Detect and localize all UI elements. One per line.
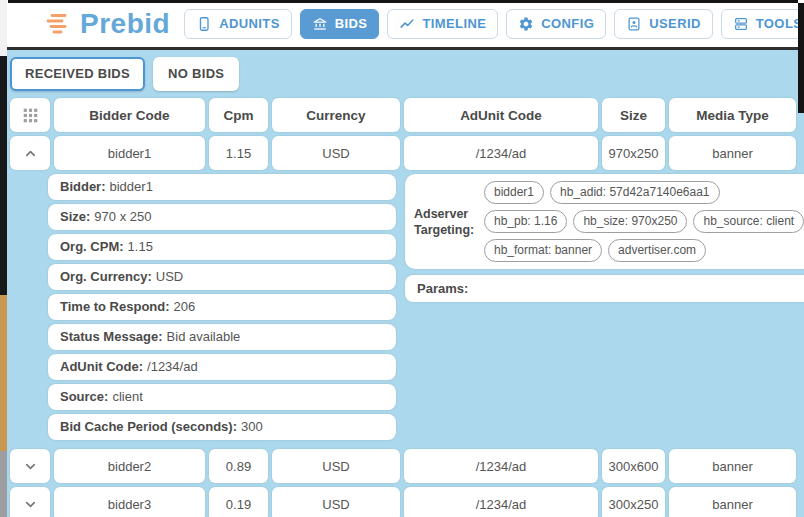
targeting-chip: hb_adid: 57d42a7140e6aa1 (550, 181, 719, 204)
nav-adunits-button[interactable]: ADUNITS (184, 9, 292, 39)
targeting-chip: hb_size: 970x250 (573, 210, 687, 233)
table-header-row: Bidder Code Cpm Currency AdUnit Code Siz… (10, 98, 796, 132)
targeting-chip: advertiser.com (608, 239, 706, 262)
detail-field-size: Size:970 x 250 (48, 204, 396, 230)
cell-bidder-code: bidder1 (54, 136, 205, 170)
cell-media-type: banner (669, 449, 796, 483)
nav-config-label: CONFIG (541, 16, 594, 31)
column-header-bidder-code: Bidder Code (54, 98, 205, 132)
expand-row-button[interactable] (10, 487, 50, 517)
cell-cpm: 0.89 (209, 449, 268, 483)
targeting-chip: bidder1 (484, 181, 544, 204)
cell-size: 970x250 (602, 136, 665, 170)
nav-adunits-label: ADUNITS (219, 16, 280, 31)
background-artifact-left (0, 0, 7, 517)
detail-field-adunit-code: AdUnit Code:/1234/ad (48, 354, 396, 380)
column-header-adunit-code: AdUnit Code (404, 98, 598, 132)
table-row-bidder1: bidder1 1.15 USD /1234/ad 970x250 banner (10, 136, 796, 170)
timeline-chart-icon (399, 16, 415, 32)
adunits-phone-icon (196, 16, 212, 32)
cell-media-type: banner (669, 136, 796, 170)
detail-field-status-message: Status Message:Bid available (48, 324, 396, 350)
cell-size: 300x250 (602, 487, 665, 517)
targeting-chip: hb_format: banner (484, 239, 602, 262)
adserver-targeting-chips: bidder1 hb_adid: 57d42a7140e6aa1 hb_pb: … (484, 181, 804, 262)
prebid-logo-icon (45, 11, 71, 37)
nav-timeline-label: TIMELINE (422, 16, 486, 31)
background-artifact-right (798, 3, 804, 113)
grid-icon (22, 107, 39, 124)
nav-userid-button[interactable]: USERID (614, 9, 713, 39)
chevron-down-icon (23, 497, 38, 512)
collapse-row-button[interactable] (10, 136, 50, 170)
cell-bidder-code: bidder2 (54, 449, 205, 483)
tab-no-bids[interactable]: NO BIDS (153, 57, 239, 91)
app-header: Prebid ADUNITS BIDS TIMELINE (0, 0, 804, 50)
cell-currency: USD (272, 136, 400, 170)
nav-tools-button[interactable]: TOOLS (721, 9, 804, 39)
prebid-logo: Prebid (45, 8, 170, 40)
cell-adunit-code: /1234/ad (404, 449, 598, 483)
params-label: Params: (417, 281, 468, 296)
config-gear-icon (518, 16, 534, 32)
cell-currency: USD (272, 487, 400, 517)
bid-detail-right-column: Adserver Targeting: bidder1 hb_adid: 57d… (405, 174, 804, 302)
cell-adunit-code: /1234/ad (404, 487, 598, 517)
cell-media-type: banner (669, 487, 796, 517)
userid-card-icon (626, 16, 642, 32)
column-header-size: Size (602, 98, 665, 132)
table-row-bidder3: bidder3 0.19 USD /1234/ad 300x250 banner (10, 487, 796, 517)
targeting-chip: hb_source: client (693, 210, 804, 233)
chevron-up-icon (23, 146, 38, 161)
column-header-currency: Currency (272, 98, 400, 132)
nav-tools-label: TOOLS (756, 16, 803, 31)
expand-row-button[interactable] (10, 449, 50, 483)
nav-config-button[interactable]: CONFIG (506, 9, 606, 39)
column-header-cpm: Cpm (209, 98, 268, 132)
app-title: Prebid (80, 8, 170, 40)
targeting-chip: hb_pb: 1.16 (484, 210, 567, 233)
nav-bids-label: BIDS (335, 16, 368, 31)
bid-detail-fields: Bidder:bidder1 Size:970 x 250 Org. CPM:1… (48, 174, 396, 444)
cell-cpm: 1.15 (209, 136, 268, 170)
chevron-down-icon (23, 459, 38, 474)
adserver-targeting-card: Adserver Targeting: bidder1 hb_adid: 57d… (405, 174, 804, 269)
column-settings-button[interactable] (10, 98, 50, 132)
detail-field-bid-cache-period: Bid Cache Period (seconds):300 (48, 414, 396, 440)
detail-field-org-currency: Org. Currency:USD (48, 264, 396, 290)
nav-userid-label: USERID (649, 16, 701, 31)
adserver-targeting-label: Adserver Targeting: (414, 206, 478, 238)
detail-field-time-to-respond: Time to Respond:206 (48, 294, 396, 320)
detail-field-org-cpm: Org. CPM:1.15 (48, 234, 396, 260)
column-header-media-type: Media Type (669, 98, 796, 132)
main-nav: ADUNITS BIDS TIMELINE CONFIG (184, 9, 804, 39)
background-artifact-top (8, 0, 798, 3)
params-card: Params: (405, 275, 804, 302)
cell-currency: USD (272, 449, 400, 483)
cell-size: 300x600 (602, 449, 665, 483)
tools-stack-icon (733, 16, 749, 32)
tab-received-bids[interactable]: RECEIVED BIDS (10, 57, 145, 91)
cell-adunit-code: /1234/ad (404, 136, 598, 170)
detail-field-source: Source:client (48, 384, 396, 410)
detail-field-bidder: Bidder:bidder1 (48, 174, 396, 200)
nav-timeline-button[interactable]: TIMELINE (387, 9, 498, 39)
cell-cpm: 0.19 (209, 487, 268, 517)
cell-bidder-code: bidder3 (54, 487, 205, 517)
bid-detail-panel: Bidder:bidder1 Size:970 x 250 Org. CPM:1… (48, 174, 796, 444)
nav-bids-button[interactable]: BIDS (300, 9, 380, 39)
bids-tabs: RECEIVED BIDS NO BIDS (0, 50, 804, 98)
table-row-bidder2: bidder2 0.89 USD /1234/ad 300x600 banner (10, 449, 796, 483)
bids-bank-icon (312, 16, 328, 32)
